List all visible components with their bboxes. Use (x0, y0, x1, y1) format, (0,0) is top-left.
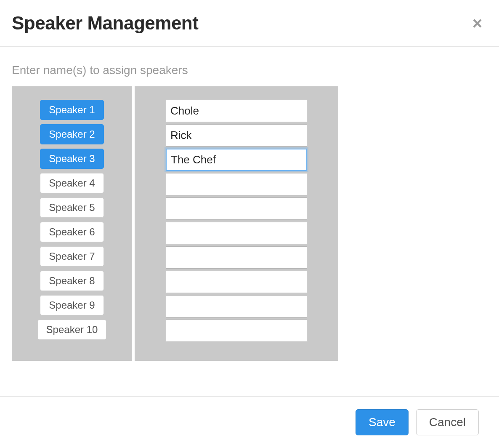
speaker-name-input-8[interactable] (166, 271, 307, 293)
speaker-name-input-1[interactable] (166, 100, 307, 122)
speaker-button-10[interactable]: Speaker 10 (37, 320, 107, 340)
speaker-management-modal: Speaker Management × Enter name(s) to as… (0, 0, 499, 448)
speaker-button-6[interactable]: Speaker 6 (40, 222, 104, 242)
instructions-text: Enter name(s) to assign speakers (12, 64, 487, 77)
speaker-button-5[interactable]: Speaker 5 (40, 197, 104, 218)
speaker-name-input-2[interactable] (166, 124, 307, 147)
speaker-name-input-7[interactable] (166, 246, 307, 269)
speaker-name-input-4[interactable] (166, 173, 307, 195)
speaker-name-input-9[interactable] (166, 295, 307, 317)
modal-body: Enter name(s) to assign speakers Speaker… (0, 47, 499, 396)
panels-container: Speaker 1Speaker 2Speaker 3Speaker 4Spea… (12, 86, 487, 361)
speaker-button-9[interactable]: Speaker 9 (40, 295, 104, 315)
close-icon[interactable]: × (469, 13, 486, 33)
modal-footer: Save Cancel (0, 396, 499, 448)
speaker-name-input-10[interactable] (166, 320, 307, 342)
speaker-name-input-3[interactable] (166, 149, 307, 171)
modal-title: Speaker Management (12, 13, 198, 34)
speaker-button-4[interactable]: Speaker 4 (40, 173, 104, 193)
speaker-buttons-panel: Speaker 1Speaker 2Speaker 3Speaker 4Spea… (12, 86, 132, 361)
speaker-button-3[interactable]: Speaker 3 (40, 149, 104, 169)
speaker-name-input-6[interactable] (166, 222, 307, 244)
speaker-button-1[interactable]: Speaker 1 (40, 100, 104, 120)
speaker-button-2[interactable]: Speaker 2 (40, 124, 104, 144)
speaker-button-8[interactable]: Speaker 8 (40, 271, 104, 291)
speaker-name-input-5[interactable] (166, 197, 307, 220)
speaker-button-7[interactable]: Speaker 7 (40, 246, 104, 267)
save-button[interactable]: Save (356, 409, 409, 435)
cancel-button[interactable]: Cancel (416, 409, 479, 435)
modal-header: Speaker Management × (0, 0, 499, 47)
speaker-names-panel (135, 86, 338, 361)
